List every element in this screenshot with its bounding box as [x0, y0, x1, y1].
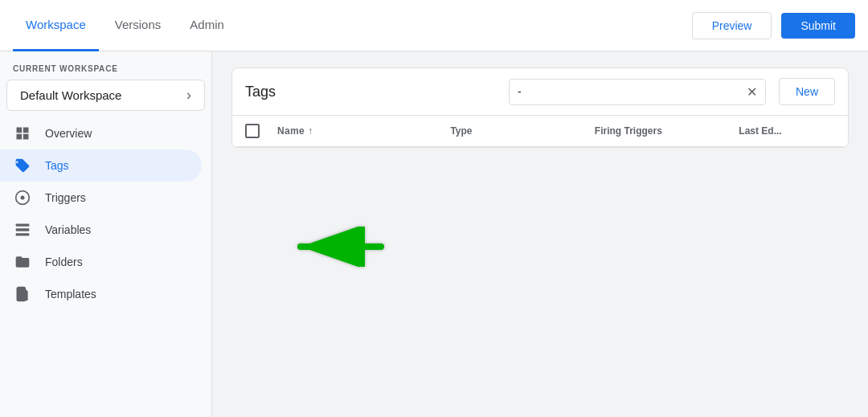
select-all-checkbox[interactable]	[245, 124, 260, 138]
folders-icon	[13, 254, 32, 270]
svg-point-1	[21, 196, 25, 200]
top-nav-tabs: Workspace Versions Admin	[13, 0, 692, 51]
sidebar: CURRENT WORKSPACE Default Workspace › Ov…	[0, 51, 212, 417]
sidebar-item-triggers-label: Triggers	[45, 191, 86, 204]
main-layout: CURRENT WORKSPACE Default Workspace › Ov…	[0, 51, 868, 417]
clear-search-button[interactable]: ✕	[747, 84, 757, 100]
sidebar-item-folders-label: Folders	[45, 256, 83, 268]
current-workspace-label: CURRENT WORKSPACE	[0, 51, 211, 76]
tags-panel-title: Tags	[245, 84, 496, 100]
sidebar-item-tags-label: Tags	[45, 159, 69, 172]
chevron-right-icon: ›	[186, 87, 191, 104]
column-header-firing-triggers[interactable]: Firing Triggers	[595, 125, 739, 137]
triggers-icon	[13, 190, 32, 206]
content-area-wrapper: Tags ✕ New Name ↑	[212, 51, 868, 417]
top-bar-actions: Preview Submit	[692, 12, 855, 39]
top-bar: Workspace Versions Admin Preview Submit	[0, 0, 868, 51]
tab-workspace[interactable]: Workspace	[13, 0, 99, 51]
column-name-label: Name	[277, 125, 305, 137]
content-area: Tags ✕ New Name ↑	[212, 51, 868, 164]
preview-button[interactable]: Preview	[692, 12, 772, 39]
column-last-label: Last Ed...	[739, 125, 781, 137]
sidebar-item-overview[interactable]: Overview	[0, 117, 202, 149]
submit-button[interactable]: Submit	[781, 13, 855, 39]
column-header-last-edited[interactable]: Last Ed...	[739, 125, 835, 137]
svg-rect-4	[16, 233, 30, 235]
variables-icon	[13, 222, 32, 238]
sidebar-item-variables[interactable]: Variables	[0, 214, 202, 246]
tags-panel: Tags ✕ New Name ↑	[231, 67, 849, 148]
sidebar-item-tags[interactable]: Tags	[0, 149, 202, 182]
svg-rect-3	[16, 228, 30, 231]
tags-search-input[interactable]	[518, 85, 747, 98]
templates-icon	[13, 286, 32, 302]
tab-versions[interactable]: Versions	[102, 0, 174, 51]
svg-rect-2	[16, 224, 30, 227]
sidebar-item-templates[interactable]: Templates	[0, 278, 202, 310]
search-container: ✕	[509, 79, 766, 105]
column-header-name[interactable]: Name ↑	[277, 125, 450, 137]
sidebar-item-variables-label: Variables	[45, 223, 91, 236]
sidebar-item-folders[interactable]: Folders	[0, 246, 202, 278]
sidebar-item-triggers[interactable]: Triggers	[0, 182, 202, 214]
column-type-label: Type	[450, 125, 472, 137]
overview-icon	[13, 125, 32, 141]
tags-header: Tags ✕ New	[232, 68, 848, 116]
sort-ascending-icon: ↑	[308, 125, 313, 137]
tab-admin[interactable]: Admin	[177, 0, 237, 51]
tags-icon	[13, 157, 32, 174]
sidebar-item-templates-label: Templates	[45, 288, 96, 300]
new-tag-button[interactable]: New	[779, 78, 835, 105]
annotation-arrow-tags	[293, 227, 389, 270]
workspace-name: Default Workspace	[20, 88, 121, 102]
column-triggers-label: Firing Triggers	[595, 125, 662, 137]
sidebar-item-overview-label: Overview	[45, 127, 92, 140]
column-header-type[interactable]: Type	[450, 125, 594, 137]
tags-table-header: Name ↑ Type Firing Triggers Last Ed...	[232, 116, 848, 147]
workspace-selector[interactable]: Default Workspace ›	[6, 80, 205, 111]
select-all-checkbox-cell	[245, 124, 277, 138]
